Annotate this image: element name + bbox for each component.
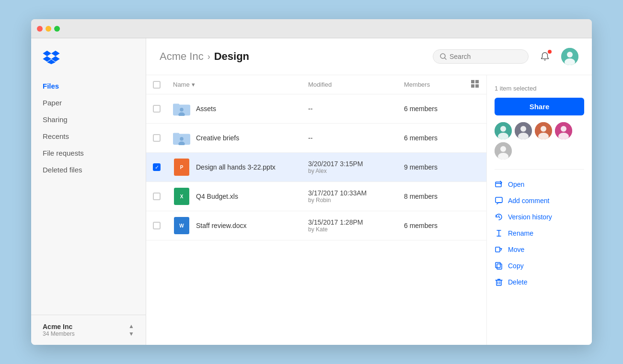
minimize-dot[interactable]	[46, 26, 51, 32]
table-row[interactable]: Assets--6 members	[146, 94, 486, 124]
svg-rect-5	[471, 80, 474, 83]
member-avatar-2	[515, 122, 532, 139]
file-area: Name ▾ Modified Members	[146, 75, 592, 345]
grid-view-icon	[471, 80, 479, 88]
row-checkbox[interactable]	[153, 193, 161, 200]
row-name-cell: WStaff review.docx	[167, 211, 302, 240]
breadcrumb-current: Design	[214, 50, 249, 63]
action-add-comment[interactable]: Add comment	[495, 193, 584, 209]
maximize-dot[interactable]	[54, 26, 60, 32]
row-filename: Assets	[196, 105, 216, 113]
user-avatar-button[interactable]	[561, 48, 578, 65]
svg-rect-7	[471, 84, 474, 88]
header-actions	[433, 48, 578, 65]
svg-rect-32	[496, 182, 501, 187]
sidebar-footer[interactable]: Acme Inc 34 Members ▲ ▼	[31, 315, 146, 345]
comment-icon	[495, 196, 503, 205]
rename-icon	[495, 229, 503, 238]
sidebar-item-paper[interactable]: Paper	[31, 94, 146, 111]
action-version-history[interactable]: Version history	[495, 209, 584, 225]
svg-rect-40	[496, 280, 501, 285]
row-filename: Q4 Budget.xls	[196, 193, 238, 200]
row-checkbox-cell	[146, 182, 167, 211]
search-input[interactable]	[450, 53, 521, 60]
svg-line-1	[445, 58, 446, 59]
window-body: Files Paper Sharing Recents File request…	[31, 38, 592, 345]
row-checkbox-cell	[146, 153, 167, 182]
action-delete[interactable]: Delete	[495, 274, 584, 290]
action-rename[interactable]: Rename	[495, 225, 584, 241]
xls-icon: X	[173, 188, 190, 205]
action-move-label: Move	[508, 246, 524, 253]
copy-icon	[495, 262, 503, 270]
notification-badge	[548, 50, 552, 54]
svg-point-24	[541, 126, 546, 132]
breadcrumb-parent[interactable]: Acme Inc	[160, 50, 204, 63]
row-checkbox-cell	[146, 211, 167, 240]
row-members-cell: 6 members	[398, 211, 465, 240]
modified-date: 3/20/2017 3:15PM	[308, 160, 392, 168]
row-name-cell: Creative briefs	[167, 124, 302, 153]
expand-collapse-icon[interactable]: ▲ ▼	[128, 323, 134, 337]
sidebar-item-file-requests[interactable]: File requests	[31, 145, 146, 161]
file-list: Name ▾ Modified Members	[146, 75, 486, 345]
close-dot[interactable]	[37, 26, 43, 32]
row-checkbox[interactable]	[153, 105, 161, 113]
breadcrumb: Acme Inc › Design	[160, 50, 249, 63]
svg-point-3	[567, 52, 573, 57]
modified-by: by Alex	[308, 168, 392, 174]
notifications-button[interactable]	[536, 48, 554, 65]
table-row[interactable]: PDesign all hands 3-22.pptx3/20/2017 3:1…	[146, 153, 486, 182]
dropbox-logo-icon	[43, 50, 60, 64]
action-open[interactable]: Open	[495, 176, 584, 193]
th-view-toggle[interactable]	[465, 75, 486, 94]
svg-rect-33	[496, 197, 502, 203]
select-all-checkbox[interactable]	[153, 81, 161, 89]
org-name: Acme Inc	[43, 323, 75, 330]
row-filename: Creative briefs	[196, 134, 239, 142]
action-delete-label: Delete	[508, 278, 527, 286]
org-info: Acme Inc 34 Members	[43, 323, 75, 337]
row-actions-cell	[465, 182, 486, 211]
folder-icon	[173, 129, 190, 147]
table-row[interactable]: WStaff review.docx3/15/2017 1:28PMby Kat…	[146, 211, 486, 240]
svg-rect-38	[497, 264, 502, 269]
search-icon	[440, 53, 447, 60]
delete-icon	[495, 278, 503, 286]
sidebar: Files Paper Sharing Recents File request…	[31, 38, 146, 345]
modified-date: 3/15/2017 1:28PM	[308, 218, 392, 226]
sidebar-item-deleted-files[interactable]: Deleted files	[31, 161, 146, 178]
svg-rect-14	[173, 133, 179, 137]
table-row[interactable]: Creative briefs--6 members	[146, 124, 486, 153]
modified-by: by Robin	[308, 197, 392, 204]
share-button[interactable]: Share	[495, 98, 584, 115]
sidebar-item-files[interactable]: Files	[31, 78, 146, 94]
row-modified-cell: --	[302, 124, 398, 153]
row-checkbox[interactable]	[153, 222, 161, 229]
table-row[interactable]: XQ4 Budget.xls3/17/2017 10:33AMby Robin8…	[146, 182, 486, 211]
sidebar-item-recents[interactable]: Recents	[31, 128, 146, 145]
main-header: Acme Inc › Design	[146, 38, 592, 75]
action-move[interactable]: Move	[495, 241, 584, 258]
main-content: Acme Inc › Design	[146, 38, 592, 345]
modified-by: by Kate	[308, 226, 392, 233]
avatar	[561, 48, 578, 65]
svg-rect-39	[496, 262, 500, 268]
member-avatars	[495, 122, 584, 159]
row-checkbox-cell	[146, 124, 167, 153]
row-checkbox[interactable]	[153, 163, 161, 171]
docx-icon: W	[173, 217, 190, 234]
folder-icon	[173, 100, 190, 117]
sidebar-logo	[31, 50, 146, 78]
row-checkbox[interactable]	[153, 134, 161, 142]
sidebar-nav: Files Paper Sharing Recents File request…	[31, 78, 146, 315]
modified-date: 3/17/2017 10:33AM	[308, 189, 392, 197]
sidebar-item-sharing[interactable]: Sharing	[31, 111, 146, 128]
row-modified-cell: 3/17/2017 10:33AMby Robin	[302, 182, 398, 211]
open-icon	[495, 180, 503, 189]
action-copy[interactable]: Copy	[495, 258, 584, 274]
svg-rect-6	[475, 80, 479, 83]
right-panel: 1 item selected Share	[486, 75, 592, 345]
sort-name[interactable]: Name ▾	[173, 81, 297, 88]
search-box[interactable]	[433, 49, 529, 64]
